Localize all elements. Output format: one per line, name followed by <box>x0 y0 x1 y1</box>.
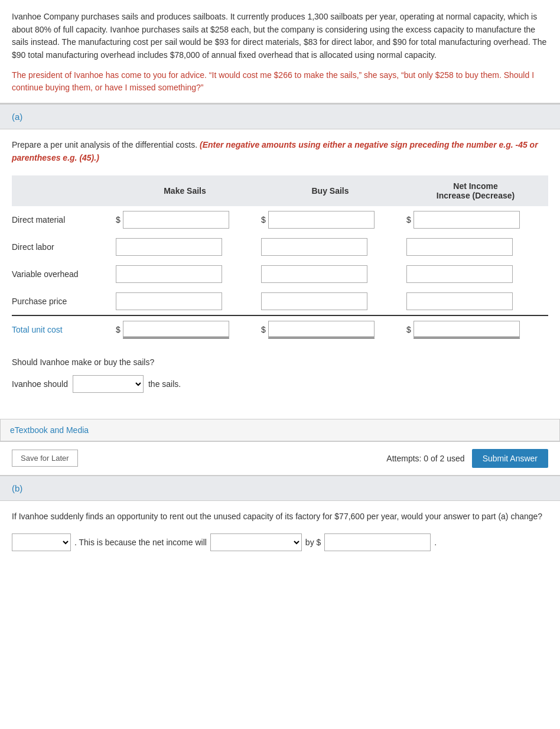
make-variable-overhead-input[interactable] <box>116 265 222 283</box>
dollar-sign: $ <box>116 325 121 334</box>
intro-paragraph2: The president of Ivanhoe has come to you… <box>12 69 548 95</box>
net-income-change-select[interactable]: increase decrease remain the same <box>210 533 302 551</box>
footer-right: Attempts: 0 of 2 used Submit Answer <box>386 449 548 468</box>
yes-no-select[interactable]: Yes No <box>12 533 71 551</box>
make-purchase-price-cell <box>112 288 258 315</box>
net-purchase-price-input[interactable] <box>406 292 513 310</box>
intro-section: Ivanhoe Company purchases sails and prod… <box>0 0 560 103</box>
make-direct-material-input[interactable] <box>123 211 229 229</box>
make-variable-overhead-cell <box>112 261 258 288</box>
instructions-normal: Prepare a per unit analysis of the diffe… <box>12 140 197 149</box>
make-direct-material-cell: $ <box>112 206 258 233</box>
footer-bar: Save for Later Attempts: 0 of 2 used Sub… <box>0 441 560 475</box>
table-row: Variable overhead <box>12 261 548 288</box>
col-header-buy: Buy Sails <box>258 175 403 206</box>
make-buy-question: Should Ivanhoe make or buy the sails? <box>12 357 548 367</box>
make-direct-labor-input[interactable] <box>116 238 222 256</box>
row-label-total-unit-cost: Total unit cost <box>12 315 112 343</box>
net-variable-overhead-cell <box>403 261 548 288</box>
make-purchase-price-input[interactable] <box>116 292 222 310</box>
section-b-body: If Ivanhoe suddenly finds an opportunity… <box>0 501 560 566</box>
col-header-make: Make Sails <box>112 175 258 206</box>
section-a-label: (a) <box>12 112 22 122</box>
buy-direct-material-input[interactable] <box>268 211 375 229</box>
net-income-amount-input[interactable] <box>324 533 431 551</box>
etextbook-label: eTextbook and Media <box>10 425 89 435</box>
period-suffix: . <box>434 538 437 547</box>
buy-direct-labor-cell <box>258 233 403 261</box>
make-direct-labor-cell <box>112 233 258 261</box>
the-sails-suffix: the sails. <box>148 379 181 389</box>
net-total-cell: $ <box>403 315 548 343</box>
row-label-variable-overhead: Variable overhead <box>12 261 112 288</box>
table-row: Direct labor <box>12 233 548 261</box>
dollar-sign: $ <box>116 215 121 224</box>
instructions: Prepare a per unit analysis of the diffe… <box>12 139 548 164</box>
dollar-sign: $ <box>406 215 411 224</box>
buy-purchase-price-cell <box>258 288 403 315</box>
section-b-header: (b) <box>0 476 560 501</box>
buy-purchase-price-input[interactable] <box>261 292 367 310</box>
make-total-cell: $ <box>112 315 258 343</box>
net-variable-overhead-input[interactable] <box>406 265 513 283</box>
buy-total-input[interactable] <box>268 321 375 339</box>
etextbook-bar: eTextbook and Media <box>0 419 560 441</box>
section-a-body: Prepare a per unit analysis of the diffe… <box>0 129 560 418</box>
net-direct-material-cell: $ <box>403 206 548 233</box>
ivanhoe-should-form: Ivanhoe should make buy the sails. <box>12 375 548 393</box>
ivanhoe-should-prefix: Ivanhoe should <box>12 379 68 389</box>
table-row: Purchase price <box>12 288 548 315</box>
table-row-total: Total unit cost $ $ <box>12 315 548 343</box>
cost-table: Make Sails Buy Sails Net IncomeIncrease … <box>12 175 548 343</box>
buy-variable-overhead-input[interactable] <box>261 265 367 283</box>
row-label-purchase-price: Purchase price <box>12 288 112 315</box>
buy-total-cell: $ <box>258 315 403 343</box>
row-label-direct-material: Direct material <box>12 206 112 233</box>
net-direct-material-input[interactable] <box>414 211 520 229</box>
dollar-sign: $ <box>406 325 411 334</box>
buy-variable-overhead-cell <box>258 261 403 288</box>
buy-direct-labor-input[interactable] <box>261 238 367 256</box>
net-direct-labor-cell <box>403 233 548 261</box>
because-prefix: . This is because the net income will <box>74 538 207 547</box>
dollar-sign: $ <box>261 325 266 334</box>
table-row: Direct material $ $ <box>12 206 548 233</box>
section-b-label: (b) <box>12 483 22 493</box>
by-dollar-prefix: by $ <box>305 538 321 547</box>
save-for-later-button[interactable]: Save for Later <box>12 450 78 467</box>
row-label-direct-labor: Direct labor <box>12 233 112 261</box>
net-total-input[interactable] <box>414 321 520 339</box>
section-a-header: (a) <box>0 104 560 129</box>
intro-paragraph1: Ivanhoe Company purchases sails and prod… <box>12 11 548 62</box>
section-b-question: If Ivanhoe suddenly finds an opportunity… <box>12 510 548 523</box>
submit-answer-button[interactable]: Submit Answer <box>472 449 548 468</box>
dollar-sign: $ <box>261 215 266 224</box>
net-direct-labor-input[interactable] <box>406 238 513 256</box>
col-header-net-income: Net IncomeIncrease (Decrease) <box>403 175 548 206</box>
section-b-form: Yes No . This is because the net income … <box>12 533 548 551</box>
net-purchase-price-cell <box>403 288 548 315</box>
make-total-input[interactable] <box>123 321 229 339</box>
buy-direct-material-cell: $ <box>258 206 403 233</box>
cost-table-wrapper: Make Sails Buy Sails Net IncomeIncrease … <box>12 175 548 343</box>
col-header-0 <box>12 175 112 206</box>
attempts-text: Attempts: 0 of 2 used <box>386 454 464 463</box>
ivanhoe-should-select[interactable]: make buy <box>73 375 144 393</box>
